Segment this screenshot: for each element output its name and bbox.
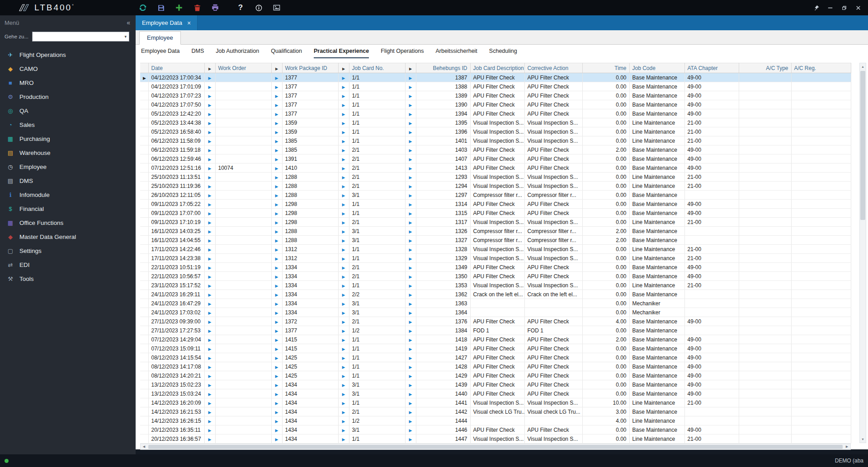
column-header-job-code[interactable]: Job Code: [629, 63, 684, 73]
row-drilldown-icon[interactable]: ▶: [208, 320, 212, 324]
row-drilldown-icon[interactable]: ▶: [409, 428, 412, 433]
row-drilldown-icon[interactable]: ▶: [208, 157, 212, 162]
row-drilldown-icon[interactable]: ▶: [208, 410, 212, 415]
close-button[interactable]: [852, 2, 864, 13]
save-button[interactable]: [154, 1, 168, 14]
row-drilldown-icon[interactable]: ▶: [409, 311, 412, 315]
row-drilldown-icon[interactable]: ▶: [342, 266, 345, 270]
row-drilldown-icon[interactable]: ▶: [342, 175, 345, 180]
table-row[interactable]: 13/12/2023 15:02:23▶▶1434▶3/1▶1439APU Fi…: [140, 380, 851, 389]
row-drilldown-icon[interactable]: ▶: [275, 94, 278, 98]
row-drilldown-icon[interactable]: ▶: [208, 365, 212, 369]
row-drilldown-icon[interactable]: ▶: [275, 338, 278, 342]
row-drilldown-icon[interactable]: ▶: [342, 320, 345, 324]
row-drilldown-icon[interactable]: ▶: [409, 374, 412, 378]
sidebar-collapse-icon[interactable]: «: [127, 19, 130, 26]
table-row[interactable]: 06/12/2023 12:59:46▶▶1391▶2/1▶1407APU Fi…: [140, 154, 851, 163]
row-drilldown-icon[interactable]: ▶: [208, 419, 212, 424]
horizontal-scrollbar[interactable]: ◀ ▶: [140, 444, 851, 450]
row-drilldown-icon[interactable]: ▶: [208, 229, 212, 234]
column-header-behebungs-id[interactable]: Behebungs ID: [416, 63, 470, 73]
sidebar-item-office-functions[interactable]: ▦Office Functions: [0, 216, 136, 230]
row-drilldown-icon[interactable]: ▶: [275, 410, 278, 415]
subtab-flight-operations[interactable]: Flight Operations: [381, 45, 424, 58]
row-drilldown-icon[interactable]: ▶: [342, 392, 345, 397]
row-drilldown-icon[interactable]: ▶: [342, 94, 345, 98]
row-drilldown-icon[interactable]: ▶: [275, 166, 278, 171]
row-drilldown-icon[interactable]: ▶: [409, 76, 412, 80]
row-drilldown-icon[interactable]: ▶: [409, 293, 412, 297]
row-drilldown-icon[interactable]: ▶: [409, 193, 412, 198]
table-row[interactable]: 09/11/2023 17:05:22▶▶1298▶1/1▶1314APU Fi…: [140, 200, 851, 209]
row-drilldown-icon[interactable]: ▶: [275, 266, 278, 270]
table-row[interactable]: 20/12/2023 16:36:57▶▶1434▶1/1▶1447Visual…: [140, 434, 851, 444]
row-drilldown-icon[interactable]: ▶: [208, 112, 212, 117]
row-drilldown-icon[interactable]: ▶: [208, 184, 212, 189]
row-drilldown-icon[interactable]: ▶: [342, 329, 345, 333]
row-drilldown-icon[interactable]: ▶: [409, 130, 412, 135]
row-drilldown-icon[interactable]: ▶: [409, 320, 412, 324]
sidebar-item-tools[interactable]: ⚒Tools: [0, 272, 136, 286]
table-row[interactable]: 17/11/2023 14:23:38▶▶1312▶1/1▶1329Visual…: [140, 254, 851, 263]
table-row[interactable]: 07/12/2023 15:09:11▶▶1415▶1/1▶1419APU Fi…: [140, 344, 851, 353]
row-drilldown-icon[interactable]: ▶: [409, 229, 412, 234]
table-row[interactable]: 24/11/2023 16:47:29▶▶1334▶3/1▶13630.00Me…: [140, 299, 851, 308]
row-drilldown-icon[interactable]: ▶: [342, 374, 345, 378]
row-drilldown-icon[interactable]: ▶: [409, 392, 412, 397]
print-button[interactable]: [208, 1, 222, 14]
row-drilldown-icon[interactable]: ▶: [208, 257, 212, 261]
table-row[interactable]: 05/12/2023 12:42:20▶▶1377▶1/1▶1394APU Fi…: [140, 109, 851, 118]
delete-button[interactable]: [190, 1, 204, 14]
pin-button[interactable]: [810, 2, 822, 13]
table-row[interactable]: 05/12/2023 13:44:38▶▶1359▶1/1▶1395Visual…: [140, 118, 851, 127]
sidebar-item-dms[interactable]: ▤DMS: [0, 174, 136, 188]
row-drilldown-icon[interactable]: ▶: [208, 338, 212, 342]
row-drilldown-icon[interactable]: ▶: [409, 121, 412, 126]
row-drilldown-icon[interactable]: ▶: [208, 383, 212, 388]
sidebar-item-warehouse[interactable]: ▤Warehouse: [0, 146, 136, 160]
table-row[interactable]: 09/11/2023 17:10:19▶▶1298▶2/1▶1317Visual…: [140, 218, 851, 227]
filter-arrow-header-icon[interactable]: ▶: [271, 63, 282, 73]
row-drilldown-icon[interactable]: ▶: [342, 338, 345, 342]
column-header-job-card-no[interactable]: Job Card No.: [349, 63, 405, 73]
subtab-practical-experience[interactable]: Practical Experience: [314, 45, 369, 58]
row-drilldown-icon[interactable]: ▶: [275, 85, 278, 89]
sidebar-item-flight-operations[interactable]: ✈Flight Operations: [0, 48, 136, 62]
row-drilldown-icon[interactable]: ▶: [208, 193, 212, 198]
image-button[interactable]: [269, 1, 284, 14]
table-row[interactable]: 20/12/2023 16:35:11▶▶1434▶3/1▶1446APU Fi…: [140, 425, 851, 434]
row-drilldown-icon[interactable]: ▶: [275, 275, 278, 279]
row-drilldown-icon[interactable]: ▶: [342, 383, 345, 388]
column-header-time[interactable]: Time: [582, 63, 629, 73]
minimize-button[interactable]: [824, 2, 836, 13]
row-drilldown-icon[interactable]: ▶: [409, 266, 412, 270]
subtab-job-authorization[interactable]: Job Authorization: [216, 45, 259, 58]
row-drilldown-icon[interactable]: ▶: [342, 193, 345, 198]
row-drilldown-icon[interactable]: ▶: [409, 148, 412, 153]
table-row[interactable]: 08/12/2023 14:20:21▶▶1425▶1/1▶1429APU Fi…: [140, 371, 851, 380]
row-drilldown-icon[interactable]: ▶: [275, 329, 278, 333]
row-drilldown-icon[interactable]: ▶: [409, 85, 412, 89]
row-drilldown-icon[interactable]: ▶: [409, 202, 412, 207]
row-drilldown-icon[interactable]: ▶: [342, 311, 345, 315]
row-drilldown-icon[interactable]: ▶: [409, 419, 412, 424]
subtab-qualification[interactable]: Qualification: [271, 45, 302, 58]
column-header-ata-chapter[interactable]: ATA Chapter: [684, 63, 739, 73]
row-drilldown-icon[interactable]: ▶: [208, 248, 212, 252]
row-drilldown-icon[interactable]: ▶: [409, 410, 412, 415]
row-drilldown-icon[interactable]: ▶: [208, 148, 212, 153]
table-row[interactable]: 08/12/2023 14:15:54▶▶1425▶1/1▶1427APU Fi…: [140, 353, 851, 362]
table-row[interactable]: 13/12/2023 15:03:24▶▶1434▶3/1▶1440APU Fi…: [140, 389, 851, 398]
row-drilldown-icon[interactable]: ▶: [409, 257, 412, 261]
help-button[interactable]: ?: [233, 1, 248, 14]
row-drilldown-icon[interactable]: ▶: [208, 347, 212, 351]
table-row[interactable]: 23/11/2023 15:17:52▶▶1334▶1/1▶1353Visual…: [140, 281, 851, 290]
subtab-scheduling[interactable]: Scheduling: [489, 45, 517, 58]
table-row[interactable]: 14/12/2023 16:20:09▶▶1434▶1/1▶1441Visual…: [140, 398, 851, 407]
row-drilldown-icon[interactable]: ▶: [409, 275, 412, 279]
row-drilldown-icon[interactable]: ▶: [208, 392, 212, 397]
table-row[interactable]: 04/12/2023 17:01:09▶▶1377▶1/1▶1388APU Fi…: [140, 82, 851, 91]
row-drilldown-icon[interactable]: ▶: [275, 437, 278, 442]
subtab-dms[interactable]: DMS: [191, 45, 204, 58]
row-drilldown-icon[interactable]: ▶: [275, 202, 278, 207]
